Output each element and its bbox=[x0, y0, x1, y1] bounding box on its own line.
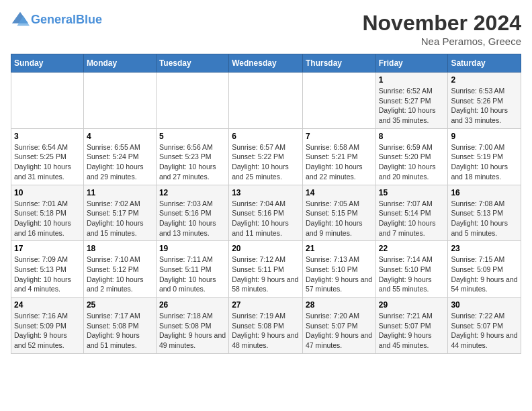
day-info: Sunrise: 7:08 AM Sunset: 5:13 PM Dayligh… bbox=[451, 199, 518, 238]
day-info: Sunrise: 6:56 AM Sunset: 5:23 PM Dayligh… bbox=[159, 142, 226, 182]
day-number: 13 bbox=[232, 188, 300, 197]
day-number: 15 bbox=[379, 188, 445, 197]
calendar-cell: 14Sunrise: 7:05 AM Sunset: 5:15 PM Dayli… bbox=[302, 185, 375, 241]
calendar-cell: 26Sunrise: 7:18 AM Sunset: 5:08 PM Dayli… bbox=[156, 298, 228, 354]
calendar-cell: 3Sunrise: 6:54 AM Sunset: 5:25 PM Daylig… bbox=[11, 128, 84, 185]
day-info: Sunrise: 7:03 AM Sunset: 5:16 PM Dayligh… bbox=[159, 199, 226, 238]
calendar-cell: 10Sunrise: 7:01 AM Sunset: 5:18 PM Dayli… bbox=[11, 185, 84, 241]
weekday-header-friday: Friday bbox=[375, 54, 448, 73]
calendar-cell: 30Sunrise: 7:22 AM Sunset: 5:07 PM Dayli… bbox=[448, 298, 521, 354]
calendar-cell: 15Sunrise: 7:07 AM Sunset: 5:14 PM Dayli… bbox=[375, 185, 448, 241]
calendar-week-row: 17Sunrise: 7:09 AM Sunset: 5:13 PM Dayli… bbox=[11, 241, 521, 298]
calendar-cell: 20Sunrise: 7:12 AM Sunset: 5:11 PM Dayli… bbox=[229, 241, 303, 298]
day-info: Sunrise: 6:59 AM Sunset: 5:20 PM Dayligh… bbox=[379, 142, 445, 182]
calendar-cell: 27Sunrise: 7:19 AM Sunset: 5:08 PM Dayli… bbox=[229, 298, 303, 354]
day-number: 21 bbox=[306, 244, 373, 253]
day-number: 30 bbox=[451, 300, 518, 310]
calendar-cell: 21Sunrise: 7:13 AM Sunset: 5:10 PM Dayli… bbox=[302, 241, 375, 298]
location: Nea Peramos, Greece bbox=[362, 36, 521, 47]
day-number: 5 bbox=[159, 132, 226, 141]
day-number: 24 bbox=[14, 300, 81, 310]
calendar-cell bbox=[83, 73, 156, 129]
day-info: Sunrise: 6:58 AM Sunset: 5:21 PM Dayligh… bbox=[306, 142, 373, 182]
day-number: 19 bbox=[159, 244, 226, 253]
calendar-cell: 24Sunrise: 7:16 AM Sunset: 5:09 PM Dayli… bbox=[11, 298, 84, 354]
day-info: Sunrise: 6:55 AM Sunset: 5:24 PM Dayligh… bbox=[87, 142, 153, 182]
calendar-table: SundayMondayTuesdayWednesdayThursdayFrid… bbox=[11, 54, 521, 354]
day-number: 1 bbox=[379, 75, 445, 85]
day-info: Sunrise: 7:10 AM Sunset: 5:12 PM Dayligh… bbox=[87, 255, 153, 294]
day-info: Sunrise: 7:19 AM Sunset: 5:08 PM Dayligh… bbox=[232, 311, 300, 351]
day-number: 16 bbox=[451, 188, 518, 197]
calendar-week-row: 1Sunrise: 6:52 AM Sunset: 5:27 PM Daylig… bbox=[11, 73, 521, 129]
logo-icon bbox=[11, 11, 30, 30]
day-info: Sunrise: 7:11 AM Sunset: 5:11 PM Dayligh… bbox=[159, 255, 226, 294]
calendar-cell bbox=[229, 73, 303, 129]
weekday-header-row: SundayMondayTuesdayWednesdayThursdayFrid… bbox=[11, 54, 521, 73]
day-number: 9 bbox=[451, 132, 518, 141]
calendar-cell: 9Sunrise: 7:00 AM Sunset: 5:19 PM Daylig… bbox=[448, 128, 521, 185]
day-number: 10 bbox=[14, 188, 81, 197]
calendar-cell: 6Sunrise: 6:57 AM Sunset: 5:22 PM Daylig… bbox=[229, 128, 303, 185]
calendar-cell: 16Sunrise: 7:08 AM Sunset: 5:13 PM Dayli… bbox=[448, 185, 521, 241]
day-info: Sunrise: 7:13 AM Sunset: 5:10 PM Dayligh… bbox=[306, 255, 373, 294]
day-info: Sunrise: 7:07 AM Sunset: 5:14 PM Dayligh… bbox=[379, 199, 445, 238]
weekday-header-thursday: Thursday bbox=[302, 54, 375, 73]
day-number: 14 bbox=[306, 188, 373, 197]
day-number: 29 bbox=[379, 300, 445, 310]
day-number: 28 bbox=[306, 300, 373, 310]
calendar-cell: 8Sunrise: 6:59 AM Sunset: 5:20 PM Daylig… bbox=[375, 128, 448, 185]
calendar-cell: 29Sunrise: 7:21 AM Sunset: 5:07 PM Dayli… bbox=[375, 298, 448, 354]
calendar-cell: 28Sunrise: 7:20 AM Sunset: 5:07 PM Dayli… bbox=[302, 298, 375, 354]
day-number: 8 bbox=[379, 132, 445, 141]
day-number: 7 bbox=[306, 132, 373, 141]
title-area: November 2024 Nea Peramos, Greece bbox=[362, 11, 521, 47]
day-info: Sunrise: 7:18 AM Sunset: 5:08 PM Dayligh… bbox=[159, 311, 226, 351]
day-info: Sunrise: 7:14 AM Sunset: 5:10 PM Dayligh… bbox=[379, 255, 445, 294]
day-number: 6 bbox=[232, 132, 300, 141]
day-info: Sunrise: 7:15 AM Sunset: 5:09 PM Dayligh… bbox=[451, 255, 518, 294]
day-info: Sunrise: 7:12 AM Sunset: 5:11 PM Dayligh… bbox=[232, 255, 300, 294]
calendar-cell: 22Sunrise: 7:14 AM Sunset: 5:10 PM Dayli… bbox=[375, 241, 448, 298]
calendar-cell bbox=[156, 73, 228, 129]
day-info: Sunrise: 7:05 AM Sunset: 5:15 PM Dayligh… bbox=[306, 199, 373, 238]
calendar-cell: 13Sunrise: 7:04 AM Sunset: 5:16 PM Dayli… bbox=[229, 185, 303, 241]
day-info: Sunrise: 7:16 AM Sunset: 5:09 PM Dayligh… bbox=[14, 311, 81, 351]
calendar-cell: 12Sunrise: 7:03 AM Sunset: 5:16 PM Dayli… bbox=[156, 185, 228, 241]
day-number: 4 bbox=[87, 132, 153, 141]
logo-line2: Blue bbox=[76, 13, 102, 26]
day-number: 27 bbox=[232, 300, 300, 310]
calendar-cell: 2Sunrise: 6:53 AM Sunset: 5:26 PM Daylig… bbox=[448, 73, 521, 129]
day-info: Sunrise: 7:21 AM Sunset: 5:07 PM Dayligh… bbox=[379, 311, 445, 351]
weekday-header-saturday: Saturday bbox=[448, 54, 521, 73]
calendar-cell bbox=[302, 73, 375, 129]
day-info: Sunrise: 7:09 AM Sunset: 5:13 PM Dayligh… bbox=[14, 255, 81, 294]
day-number: 25 bbox=[87, 300, 153, 310]
day-number: 17 bbox=[14, 244, 81, 253]
calendar-cell: 5Sunrise: 6:56 AM Sunset: 5:23 PM Daylig… bbox=[156, 128, 228, 185]
day-number: 11 bbox=[87, 188, 153, 197]
day-info: Sunrise: 7:01 AM Sunset: 5:18 PM Dayligh… bbox=[14, 199, 81, 238]
month-title: November 2024 bbox=[362, 11, 521, 36]
logo-line1: General bbox=[31, 13, 76, 26]
day-number: 22 bbox=[379, 244, 445, 253]
day-number: 2 bbox=[451, 75, 518, 85]
calendar-cell: 4Sunrise: 6:55 AM Sunset: 5:24 PM Daylig… bbox=[83, 128, 156, 185]
weekday-header-wednesday: Wednesday bbox=[229, 54, 303, 73]
page-header: GeneralBlue November 2024 Nea Peramos, G… bbox=[11, 11, 521, 47]
day-number: 3 bbox=[14, 132, 81, 141]
calendar-cell: 11Sunrise: 7:02 AM Sunset: 5:17 PM Dayli… bbox=[83, 185, 156, 241]
calendar-cell: 1Sunrise: 6:52 AM Sunset: 5:27 PM Daylig… bbox=[375, 73, 448, 129]
calendar-cell bbox=[11, 73, 84, 129]
day-info: Sunrise: 7:02 AM Sunset: 5:17 PM Dayligh… bbox=[87, 199, 153, 238]
calendar-cell: 23Sunrise: 7:15 AM Sunset: 5:09 PM Dayli… bbox=[448, 241, 521, 298]
day-number: 18 bbox=[87, 244, 153, 253]
calendar-week-row: 10Sunrise: 7:01 AM Sunset: 5:18 PM Dayli… bbox=[11, 185, 521, 241]
day-info: Sunrise: 7:22 AM Sunset: 5:07 PM Dayligh… bbox=[451, 311, 518, 351]
day-number: 20 bbox=[232, 244, 300, 253]
day-info: Sunrise: 6:53 AM Sunset: 5:26 PM Dayligh… bbox=[451, 86, 518, 126]
day-info: Sunrise: 6:52 AM Sunset: 5:27 PM Dayligh… bbox=[379, 86, 445, 126]
day-number: 26 bbox=[159, 300, 226, 310]
calendar-cell: 18Sunrise: 7:10 AM Sunset: 5:12 PM Dayli… bbox=[83, 241, 156, 298]
calendar-week-row: 24Sunrise: 7:16 AM Sunset: 5:09 PM Dayli… bbox=[11, 298, 521, 354]
